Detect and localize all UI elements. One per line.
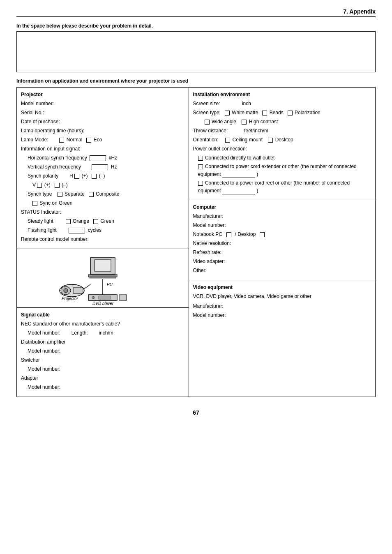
white-matte-checkbox[interactable] [225, 111, 230, 115]
svg-text:PC: PC [107, 282, 113, 287]
problem-description-box[interactable] [16, 31, 376, 72]
adapter-row: Adapter [21, 374, 184, 382]
h-freq-row: Horizontal synch frequency kHz [21, 154, 184, 162]
separate-checkbox[interactable] [58, 192, 62, 197]
connection-diagram: Projector PC DVD player [49, 256, 156, 305]
dist-amp-model-row: Model number: [21, 347, 184, 355]
power2-checkbox[interactable] [198, 164, 203, 169]
right-wrapper: Installation environment Screen size: in… [189, 88, 375, 397]
svg-rect-11 [99, 296, 111, 299]
normal-checkbox[interactable] [59, 138, 64, 143]
other-row: Other: [193, 267, 371, 274]
svg-text:Projector: Projector [62, 296, 78, 301]
v-freq-bracket [92, 164, 108, 170]
svg-rect-9 [73, 288, 83, 293]
status-label-row: STATUS Indicator: [21, 208, 184, 216]
video-section: Video equipment VCR, DVD player, Video c… [189, 280, 375, 325]
sync-green-row: Sync on Green [21, 199, 184, 207]
switcher-model-row: Model number: [21, 365, 184, 373]
flashing-bracket [69, 228, 85, 233]
power3-checkbox[interactable] [198, 181, 203, 186]
remote-model-row: Remote control model number: [21, 235, 184, 243]
h-plus-checkbox[interactable] [74, 174, 79, 179]
signal-cable-header: Signal cable [21, 312, 184, 318]
steady-light-row: Steady light Orange Green [21, 217, 184, 225]
diagram-section: Projector PC DVD player [17, 249, 189, 308]
computer-section: Computer Manufacturer: Model number: Not… [189, 200, 375, 280]
video-model-row: Model number: [193, 312, 371, 319]
projector-section: Projector Model number: Serial No.: Date… [17, 88, 189, 249]
diagram-area: Projector PC DVD player [21, 252, 184, 305]
nec-label-row: NEC standard or other manufacturer's cab… [21, 320, 184, 328]
v-minus-checkbox[interactable] [55, 183, 60, 188]
ceiling-mount-checkbox[interactable] [225, 138, 230, 143]
polarity-row1: Synch polarity H (+) (–) [21, 172, 184, 180]
switcher-row: Switcher [21, 356, 184, 364]
orange-checkbox[interactable] [66, 219, 71, 224]
svg-rect-1 [95, 260, 111, 271]
input-signal-row: Information on input signal: [21, 145, 184, 152]
power2-row: Connected to power cord extender or othe… [193, 163, 371, 178]
composite-checkbox[interactable] [89, 192, 94, 197]
screen-type-row: Screen type: White matte Beads Polarizat… [193, 109, 371, 116]
computer-header: Computer [193, 204, 371, 210]
sync-green-checkbox[interactable] [32, 201, 37, 206]
page-number: 67 [16, 409, 376, 416]
video-description-row: VCR, DVD player, Video camera, Video gam… [193, 293, 371, 300]
power1-row: Connected directly to wall outlet [193, 154, 371, 162]
page-header: 7. Appendix [16, 8, 376, 17]
power3-row: Connected to a power cord reel or other … [193, 179, 371, 194]
svg-point-8 [64, 289, 68, 293]
dist-amp-row: Distribution amplifier [21, 338, 184, 346]
svg-rect-3 [90, 277, 116, 278]
adapter-model-row: Model number: [21, 383, 184, 391]
green-checkbox[interactable] [93, 219, 98, 224]
throw-distance-row: Throw distance: feet/inch/m [193, 127, 371, 134]
video-adapter-row: Video adapter: [193, 258, 371, 265]
polarity-row2: V (+) (–) [21, 181, 184, 189]
date-purchase-row: Date of purchase: [21, 118, 184, 125]
flashing-light-row: Flashing light cycles [21, 226, 184, 234]
svg-line-14 [83, 284, 90, 289]
desktop-pc-checkbox[interactable] [260, 232, 265, 237]
power-outlet-row: Power outlet connection: [193, 145, 371, 152]
notebook-checkbox[interactable] [226, 232, 231, 237]
power3-blank [222, 187, 255, 194]
screen-size-row: Screen size: inch [193, 100, 371, 107]
orientation-row: Orientation: Ceiling mount Desktop [193, 136, 371, 143]
video-manufacturer-row: Manufacturer: [193, 302, 371, 310]
serial-no-row: Serial No.: [21, 109, 184, 116]
native-res-row: Native resolution: [193, 240, 371, 247]
lamp-mode-row: Lamp Mode: Normal Eco [21, 136, 184, 143]
polarization-checkbox[interactable] [288, 111, 293, 115]
install-header: Installation environment [193, 92, 371, 97]
comp-model-row: Model number: [193, 222, 371, 229]
h-freq-bracket [90, 155, 106, 161]
v-freq-row: Vertical synch frequency Hz [21, 163, 184, 171]
svg-rect-13 [119, 295, 127, 300]
comp-manufacturer-row: Manufacturer: [193, 212, 371, 220]
power1-checkbox[interactable] [198, 156, 203, 161]
projector-header: Projector [21, 92, 184, 97]
left-wrapper: Projector Model number: Serial No.: Date… [17, 88, 189, 397]
signal-model-row: Model number: Length: inch/m [21, 329, 184, 337]
high-contrast-checkbox[interactable] [242, 120, 247, 125]
beads-checkbox[interactable] [262, 111, 267, 115]
svg-text:DVD player: DVD player [92, 301, 114, 305]
install-env-section: Installation environment Screen size: in… [189, 88, 375, 200]
info-label: Information on application and environme… [16, 78, 376, 84]
signal-cable-section: Signal cable NEC standard or other manuf… [17, 308, 189, 397]
v-plus-checkbox[interactable] [37, 183, 42, 188]
svg-point-12 [92, 296, 95, 299]
eco-checkbox[interactable] [86, 138, 91, 143]
power2-blank [222, 170, 255, 178]
lamp-time-row: Lamp operating time (hours): [21, 127, 184, 134]
h-minus-checkbox[interactable] [92, 174, 97, 179]
notebook-desktop-row: Notebook PC / Desktop [193, 231, 371, 238]
refresh-rate-row: Refresh rate: [193, 249, 371, 256]
synch-type-row: Synch type Separate Composite [21, 190, 184, 198]
wide-angle-checkbox[interactable] [205, 120, 210, 125]
model-number-row: Model number: [21, 100, 184, 107]
desktop-checkbox[interactable] [268, 138, 273, 143]
svg-rect-2 [88, 275, 117, 277]
